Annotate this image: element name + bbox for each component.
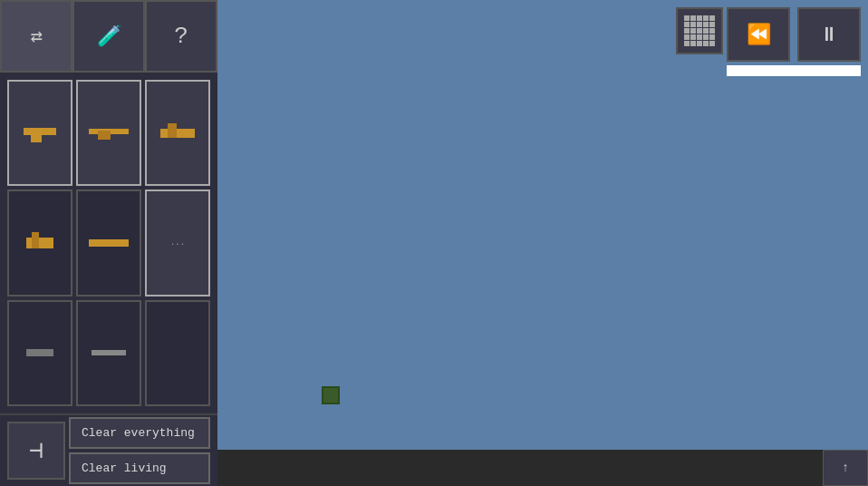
rewind-button[interactable]: ⏪ bbox=[727, 7, 790, 62]
grid-item-5[interactable] bbox=[76, 190, 141, 296]
clear-menu: Clear everything Clear living bbox=[69, 417, 210, 484]
grid-item-4[interactable] bbox=[7, 190, 72, 296]
up-arrow-icon: ↑ bbox=[842, 461, 849, 475]
grid-item-2[interactable] bbox=[76, 80, 141, 186]
top-toolbar: ⇄ 🧪 ? bbox=[0, 0, 217, 73]
game-entity bbox=[322, 386, 340, 404]
item-grid: ... bbox=[0, 73, 217, 413]
clear-living-button[interactable]: Clear living bbox=[69, 452, 210, 484]
top-right-controls: ⏪ ⏸ bbox=[727, 7, 861, 76]
grid-item-6[interactable]: ... bbox=[145, 190, 210, 296]
flask-icon: 🧪 bbox=[97, 24, 121, 49]
progress-bar bbox=[727, 65, 861, 76]
grid-item-8[interactable] bbox=[76, 300, 141, 406]
grid-toggle-button[interactable] bbox=[676, 7, 723, 54]
grid-item-1[interactable] bbox=[7, 80, 72, 186]
exit-button[interactable]: ⊣ bbox=[7, 422, 65, 480]
grid-item-9[interactable] bbox=[145, 300, 210, 406]
help-button[interactable]: ? bbox=[145, 0, 217, 73]
exit-icon: ⊣ bbox=[29, 436, 43, 465]
swap-button[interactable]: ⇄ bbox=[0, 0, 72, 73]
question-icon: ? bbox=[174, 23, 188, 50]
gun-icon-2 bbox=[89, 127, 129, 140]
bottom-right-button[interactable]: ↑ bbox=[823, 450, 868, 486]
playback-controls: ⏪ ⏸ bbox=[727, 7, 861, 62]
item-label-6: ... bbox=[170, 238, 185, 248]
grid-icon bbox=[684, 15, 715, 46]
bottom-actions: ⊣ Clear everything Clear living bbox=[0, 413, 217, 486]
gun-icon-1 bbox=[24, 124, 56, 142]
bottom-bar bbox=[217, 450, 868, 486]
grid-item-7[interactable] bbox=[7, 300, 72, 406]
clear-everything-button[interactable]: Clear everything bbox=[69, 417, 210, 449]
swap-icon: ⇄ bbox=[30, 24, 42, 49]
left-panel: ⇄ 🧪 ? ... bbox=[0, 0, 217, 486]
pause-button[interactable]: ⏸ bbox=[797, 7, 861, 62]
rewind-icon: ⏪ bbox=[747, 23, 771, 47]
grid-item-3[interactable] bbox=[145, 80, 210, 186]
item-button[interactable]: 🧪 bbox=[72, 0, 145, 73]
pause-icon: ⏸ bbox=[819, 23, 839, 47]
